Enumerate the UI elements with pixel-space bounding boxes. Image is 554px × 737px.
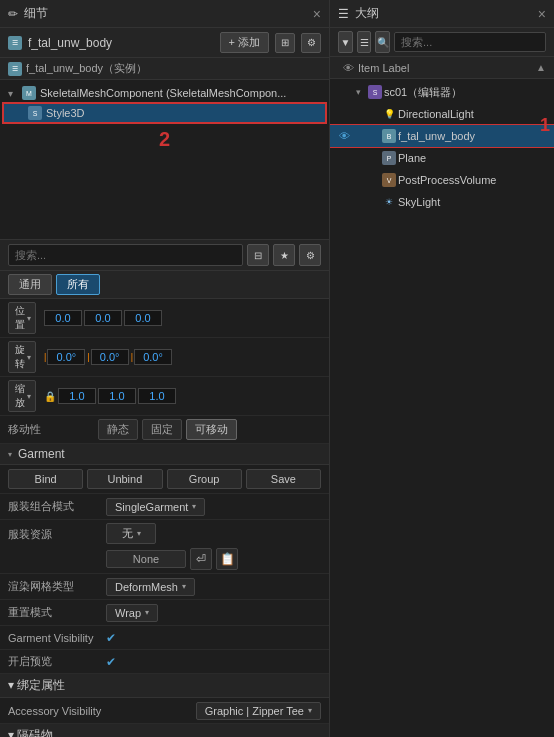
mesh-type-select[interactable]: DeformMesh ▾ — [106, 578, 195, 596]
rotation-x-asterisk: | — [44, 352, 46, 362]
settings-filter-button[interactable]: ⚙ — [299, 244, 321, 266]
plane-icon: P — [382, 151, 396, 165]
reset-mode-row: 重置模式 Wrap ▾ — [0, 600, 329, 626]
reset-mode-label: 重置模式 — [8, 605, 98, 620]
settings-icon-button[interactable]: ⚙ — [301, 33, 321, 53]
none-select[interactable]: None — [106, 550, 186, 568]
outliner-item-sc01[interactable]: ▾ S sc01（编辑器） — [330, 81, 554, 103]
combine-mode-select[interactable]: SingleGarment ▾ — [106, 498, 205, 516]
component-name-label: f_tal_unw_body — [28, 36, 214, 50]
resource-clear-button[interactable]: 📋 — [216, 548, 238, 570]
resource-label: 服装资源 — [8, 523, 98, 542]
component-icon: ☰ — [8, 36, 22, 50]
garment-section-title: Garment — [18, 447, 65, 461]
outliner-tree: ▾ S sc01（编辑器） 💡 DirectionalLight 👁 B f_t… — [330, 79, 554, 737]
rotation-z-asterisk: | — [131, 352, 133, 362]
rotation-z-input[interactable] — [134, 349, 172, 365]
position-z-input[interactable] — [124, 310, 162, 326]
skeletal-mesh-icon: M — [22, 86, 36, 100]
tree-item-skeletal[interactable]: ▾ M SkeletalMeshComponent (SkeletalMeshC… — [0, 84, 329, 102]
body-eye-icon: 👁 — [339, 130, 350, 142]
save-button[interactable]: Save — [246, 469, 321, 489]
scale-expand[interactable]: 缩放 ▾ — [8, 380, 36, 412]
garment-visibility-checkbox[interactable]: ✔ — [106, 631, 116, 645]
rotation-y-input[interactable] — [91, 349, 129, 365]
outliner-search-input[interactable] — [394, 32, 546, 52]
obstacle-section-header[interactable]: ▾ 隔碍物 — [0, 724, 329, 737]
position-x-input[interactable] — [44, 310, 82, 326]
expand-arrow: ▾ — [8, 88, 18, 99]
outliner-search-icon: 🔍 — [375, 31, 390, 53]
grid-icon-button[interactable]: ⊞ — [275, 33, 295, 53]
property-tabs: 通用 所有 — [0, 271, 329, 299]
scale-x-input[interactable] — [58, 388, 96, 404]
left-panel-close-button[interactable]: × — [313, 7, 321, 21]
garment-buttons-row: Bind Unbind Group Save — [0, 465, 329, 494]
tree-item-style3d[interactable]: S Style3D — [4, 104, 325, 122]
no-select-arrow-icon: ▾ — [137, 529, 141, 538]
mobility-row: 移动性 静态 固定 可移动 — [0, 416, 329, 444]
sc01-name: sc01（编辑器） — [384, 85, 462, 100]
grid-view-button[interactable]: ⊟ — [247, 244, 269, 266]
accessory-arrow-icon: ▾ — [308, 706, 312, 715]
fixed-props-section[interactable]: ▾ 绑定属性 — [0, 674, 329, 698]
right-toolbar: ▼ ☰ 🔍 — [330, 28, 554, 57]
no-label-value: 无 — [122, 526, 133, 541]
position-expand[interactable]: 位置 ▾ — [8, 302, 36, 334]
outliner-item-skylight[interactable]: ☀ SkyLight — [330, 191, 554, 213]
sc01-expand-arrow: ▾ — [356, 87, 366, 97]
outliner-item-plane[interactable]: P Plane — [330, 147, 554, 169]
eye-col-icon: 👁 — [343, 62, 354, 74]
position-arrow: ▾ — [27, 314, 31, 323]
tab-all[interactable]: 所有 — [56, 274, 100, 295]
mobility-movable-button[interactable]: 可移动 — [186, 419, 237, 440]
garment-section-header[interactable]: ▾ Garment — [0, 444, 329, 465]
mesh-type-row: 渲染网格类型 DeformMesh ▾ — [0, 574, 329, 600]
tab-general[interactable]: 通用 — [8, 274, 52, 295]
search-area: ⊟ ★ ⚙ — [0, 240, 329, 271]
scale-y-input[interactable] — [98, 388, 136, 404]
body-eye-col[interactable]: 👁 — [334, 130, 354, 142]
accessory-label: Accessory Visibility — [8, 705, 188, 717]
right-panel-title-container: ☰ 大纲 — [338, 5, 379, 22]
outliner-item-dirlight[interactable]: 💡 DirectionalLight — [330, 103, 554, 125]
outliner-column-header: 👁 Item Label ▲ — [330, 57, 554, 79]
item-label-column-header: Item Label — [358, 62, 536, 74]
rotation-y-asterisk: | — [87, 352, 89, 362]
position-y-input[interactable] — [84, 310, 122, 326]
preview-label: 开启预览 — [8, 654, 98, 669]
scale-arrow: ▾ — [27, 392, 31, 401]
search-input[interactable] — [8, 244, 243, 266]
accessory-dropdown[interactable]: Graphic | Zipper Tee ▾ — [196, 702, 321, 720]
scale-z-input[interactable] — [138, 388, 176, 404]
scale-lock-icon[interactable]: 🔒 — [44, 391, 56, 402]
outliner-icon: ☰ — [338, 7, 349, 21]
rotation-expand[interactable]: 旋转 ▾ — [8, 341, 36, 373]
preview-checkbox[interactable]: ✔ — [106, 655, 116, 669]
outliner-filter-button[interactable]: ▼ — [338, 31, 353, 53]
bind-button[interactable]: Bind — [8, 469, 83, 489]
reset-mode-select[interactable]: Wrap ▾ — [106, 604, 158, 622]
combine-mode-arrow-icon: ▾ — [192, 502, 196, 511]
mobility-fixed-button[interactable]: 固定 — [142, 419, 182, 440]
unbind-button[interactable]: Unbind — [87, 469, 162, 489]
outliner-menu-button[interactable]: ☰ — [357, 31, 372, 53]
no-label-select[interactable]: 无 ▾ — [106, 523, 156, 544]
mobility-static-button[interactable]: 静态 — [98, 419, 138, 440]
style3d-label: Style3D — [46, 107, 85, 119]
add-component-button[interactable]: + 添加 — [220, 32, 269, 53]
group-button[interactable]: Group — [167, 469, 242, 489]
resource-browse-button[interactable]: ⏎ — [190, 548, 212, 570]
garment-arrow-icon: ▾ — [8, 450, 12, 459]
skeletal-label: SkeletalMeshComponent (SkeletalMeshCompo… — [40, 87, 286, 99]
sort-icon[interactable]: ▲ — [536, 62, 546, 73]
favorites-button[interactable]: ★ — [273, 244, 295, 266]
plane-name: Plane — [398, 152, 426, 164]
component-selector: ☰ f_tal_unw_body + 添加 ⊞ ⚙ — [0, 28, 329, 58]
rotation-x-input[interactable] — [47, 349, 85, 365]
right-panel-close-button[interactable]: × — [538, 7, 546, 21]
label-1: 1 — [540, 115, 550, 135]
outliner-item-pp[interactable]: V PostProcessVolume — [330, 169, 554, 191]
left-panel-header: ✏ 细节 × — [0, 0, 329, 28]
outliner-item-body[interactable]: 👁 B f_tal_unw_body — [330, 125, 554, 147]
